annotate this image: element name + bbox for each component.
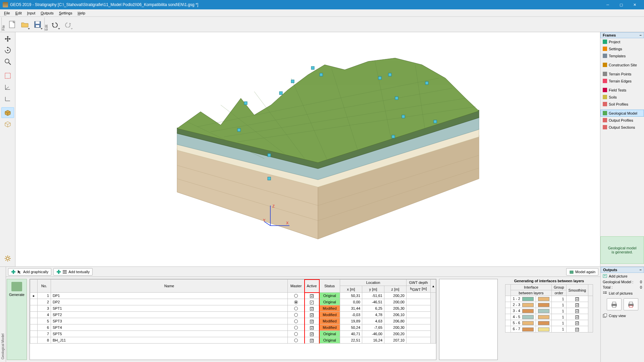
col-no[interactable]: No. bbox=[38, 280, 51, 293]
add-textually-button[interactable]: Add textually bbox=[53, 268, 93, 276]
svg-rect-60 bbox=[604, 293, 607, 294]
svg-rect-39 bbox=[268, 177, 271, 180]
add-picture-button[interactable]: + Add picture bbox=[601, 273, 644, 279]
geo-model-count: Geological Model :0 bbox=[601, 279, 644, 285]
frames-collapse-icon[interactable]: − bbox=[640, 33, 642, 37]
svg-line-19 bbox=[9, 260, 10, 260]
rotate-tool[interactable] bbox=[1, 45, 14, 56]
menu-help[interactable]: Help bbox=[75, 10, 88, 16]
zoom-extents-tool[interactable] bbox=[1, 70, 14, 81]
table-row[interactable]: 5SPT3☑Modified19,894,63206,80 bbox=[30, 318, 436, 324]
list-of-pictures-button[interactable]: List of pictures bbox=[601, 290, 644, 296]
frame-icon bbox=[603, 102, 607, 106]
view-3d-wire-tool[interactable] bbox=[1, 107, 14, 118]
checkbox-icon: ☑ bbox=[575, 309, 579, 313]
frame-item-construction-site[interactable]: Construction Site bbox=[600, 61, 644, 68]
scrollbar[interactable] bbox=[431, 293, 436, 344]
frame-item-soils[interactable]: Soils bbox=[600, 94, 644, 101]
menu-settings[interactable]: Settings bbox=[56, 10, 75, 16]
frame-item-terrain-points[interactable]: Terrain Points bbox=[600, 70, 644, 77]
generate-button[interactable]: Generate bbox=[7, 279, 27, 360]
col-hgwt[interactable]: hGWT [m] bbox=[407, 286, 431, 293]
col-active[interactable]: Active bbox=[305, 280, 319, 293]
copy-view-button[interactable]: Copy view bbox=[601, 312, 644, 319]
frame-item-project[interactable]: Project bbox=[600, 38, 644, 45]
menu-edit[interactable]: Edit bbox=[13, 10, 24, 16]
svg-line-21 bbox=[9, 256, 10, 257]
frame-item-field-tests[interactable]: Field Tests bbox=[600, 86, 644, 94]
frame-item-soil-profiles[interactable]: Soil Profiles bbox=[600, 101, 644, 108]
view-settings-button[interactable] bbox=[1, 253, 14, 264]
table-row[interactable]: 7SPT5☑Original40,71-46,00200,20 bbox=[30, 331, 436, 337]
svg-rect-48 bbox=[11, 271, 15, 273]
scrollbar[interactable] bbox=[588, 296, 593, 333]
col-status[interactable]: Status bbox=[319, 280, 340, 293]
minimize-button[interactable]: ─ bbox=[601, 0, 614, 9]
svg-line-20 bbox=[5, 260, 6, 260]
frame-item-terrain-edges[interactable]: Terrain Edges bbox=[600, 77, 644, 84]
redo-button[interactable] bbox=[62, 18, 74, 31]
table-row[interactable]: 6SPT4☑Modified50,24-7,65200,30 bbox=[30, 324, 436, 331]
table-row[interactable]: 4SPT2☑Modified-0,034,78206,10 bbox=[30, 312, 436, 318]
frame-item-output-sections[interactable]: Output Sections bbox=[600, 124, 644, 131]
svg-rect-2 bbox=[36, 21, 40, 24]
checkbox-icon: ☑ bbox=[575, 328, 579, 331]
printer-icon bbox=[610, 301, 618, 308]
col-gwt[interactable]: GWT depth bbox=[407, 280, 431, 286]
svg-rect-3 bbox=[36, 25, 39, 27]
svg-text:Z: Z bbox=[272, 204, 275, 208]
col-x[interactable]: x [m] bbox=[340, 286, 362, 293]
save-file-button[interactable] bbox=[32, 18, 44, 31]
interface-row[interactable]: 6 - 7 1☑ bbox=[505, 326, 593, 332]
col-name[interactable]: Name bbox=[51, 280, 288, 293]
list-icon bbox=[62, 269, 67, 274]
menu-file[interactable]: File bbox=[1, 10, 13, 16]
model-again-button[interactable]: Model again bbox=[566, 268, 598, 276]
table-row[interactable]: 2DP2✓Original0,00-46,51200,00 bbox=[30, 299, 436, 305]
menu-outputs[interactable]: Outputs bbox=[38, 10, 56, 16]
col-location[interactable]: Location bbox=[340, 280, 407, 286]
view-3d-solid-tool[interactable] bbox=[1, 119, 14, 129]
interface-row[interactable]: 1 - 2 1☑ bbox=[505, 296, 593, 302]
scrollbar-track[interactable]: ▴ bbox=[431, 280, 436, 293]
plus-icon bbox=[11, 269, 16, 274]
open-file-button[interactable] bbox=[19, 18, 31, 31]
svg-rect-27 bbox=[268, 154, 271, 157]
frames-header: Frames − bbox=[600, 32, 644, 38]
frame-item-settings[interactable]: Settings bbox=[600, 45, 644, 52]
pan-tool[interactable] bbox=[1, 34, 14, 44]
add-graphically-button[interactable]: Add graphically bbox=[8, 268, 51, 276]
frame-item-templates[interactable]: Templates bbox=[600, 52, 644, 59]
svg-rect-68 bbox=[604, 314, 607, 317]
print-button[interactable] bbox=[607, 298, 622, 310]
new-file-button[interactable] bbox=[6, 18, 18, 31]
print-pdf-button[interactable] bbox=[624, 298, 638, 310]
table-row[interactable]: 8BH_J11☑Original22,5116,24207,10 bbox=[30, 337, 436, 344]
axes-tool[interactable] bbox=[1, 82, 14, 93]
radio-icon bbox=[294, 300, 298, 304]
svg-rect-52 bbox=[63, 272, 67, 272]
interface-row[interactable]: 2 - 3 1☑ bbox=[505, 302, 593, 308]
col-master[interactable]: Master bbox=[288, 280, 305, 293]
frame-item-output-profiles[interactable]: Output Profiles bbox=[600, 117, 644, 124]
3d-viewport[interactable]: Z X Y bbox=[15, 32, 600, 266]
frame-icon bbox=[603, 125, 607, 129]
outputs-collapse-icon[interactable]: − bbox=[640, 268, 642, 272]
frame-icon bbox=[603, 40, 607, 44]
table-row[interactable]: 3SPT1☑Modified31,446,25205,30 bbox=[30, 305, 436, 312]
frame-item-geological-model[interactable]: Geological Model bbox=[600, 110, 644, 117]
interface-row[interactable]: 5 - 6 1☑ bbox=[505, 320, 593, 326]
frame-icon bbox=[603, 72, 607, 76]
interface-row[interactable]: 4 - 5 1☑ bbox=[505, 314, 593, 320]
maximize-button[interactable]: ▢ bbox=[614, 0, 628, 9]
zoom-tool[interactable] bbox=[1, 56, 14, 67]
col-z[interactable]: z [m] bbox=[384, 286, 407, 293]
close-button[interactable]: ✕ bbox=[628, 0, 641, 9]
menu-input[interactable]: Input bbox=[24, 10, 38, 16]
col-y[interactable]: y [m] bbox=[362, 286, 384, 293]
interface-row[interactable]: 3 - 4 1☑ bbox=[505, 308, 593, 314]
svg-rect-37 bbox=[392, 135, 395, 138]
undo-button[interactable] bbox=[49, 18, 61, 31]
table-row[interactable]: ▸1DP1☑Original50,31-51,61200,20 bbox=[30, 293, 436, 299]
ucs-tool[interactable] bbox=[1, 93, 14, 104]
